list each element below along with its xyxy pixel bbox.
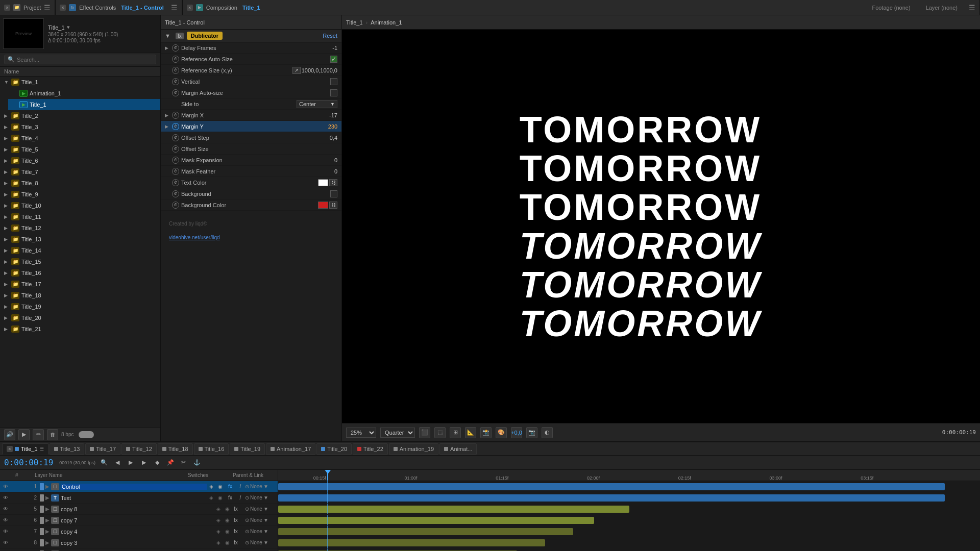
vis-eye-icon[interactable]: 👁 <box>2 529 9 534</box>
prop-value-delay[interactable]: -1 <box>332 45 337 51</box>
switch-motion[interactable]: ◈ <box>216 506 224 512</box>
quality-select[interactable]: Quarter Half Full <box>380 428 415 438</box>
prop-expand-delay[interactable]: ▶ <box>165 45 170 51</box>
list-item[interactable]: ▶ 📁 Title_19 <box>0 301 160 312</box>
layer-row[interactable]: 👁 5 ▶ ☐ copy 8 ◈ ◉ fx ⊙ <box>0 504 278 515</box>
switch-fx[interactable]: fx <box>234 506 244 512</box>
vis-eye-icon[interactable]: 👁 <box>2 495 9 500</box>
guides-btn[interactable]: 📐 <box>465 427 476 438</box>
tab-anim17[interactable]: Animation_17 <box>266 443 315 455</box>
prop-row-vertical[interactable]: ⏱ Vertical <box>161 76 341 87</box>
effect-controls-menu-btn[interactable]: ☰ <box>171 4 178 12</box>
expand-icon[interactable]: ▶ <box>45 529 50 534</box>
timeline-bar-copy3[interactable] <box>278 539 545 546</box>
reset-view-btn[interactable]: +0,0 <box>511 427 522 438</box>
tab-title1[interactable]: × Title_1 ☰ <box>2 443 48 455</box>
checkbox-background[interactable] <box>330 190 337 197</box>
layer-row[interactable]: 👁 7 ▶ ☐ copy 4 ◈ ◉ fx ⊙ <box>0 526 278 537</box>
bg-color-chain[interactable]: ⛓ <box>329 202 337 209</box>
switch-adj[interactable]: ◉ <box>216 495 224 500</box>
parent-dropdown[interactable]: ⊙ None ▼ <box>245 484 276 489</box>
prop-row-margin-x[interactable]: ▶ ⏱ Margin X -17 <box>161 110 341 121</box>
expand-icon[interactable]: ▶ <box>45 484 50 489</box>
zoom-select[interactable]: 25% 50% 100% <box>346 428 376 438</box>
expand-value-icon[interactable]: ↗ <box>292 67 301 74</box>
timeline-bar-copy7[interactable] <box>278 517 594 524</box>
layer-row[interactable]: 👁 1 ▶ ☐ Control ◈ ◉ fx / <box>0 481 278 492</box>
tab-title20[interactable]: Title_20 <box>316 443 352 455</box>
switch-adj[interactable]: ◉ <box>225 517 232 523</box>
prop-expand-marginy[interactable]: ▶ <box>165 124 170 129</box>
list-item[interactable]: ▶ 📁 Title_20 <box>0 312 160 323</box>
switch-slash[interactable]: / <box>237 484 244 489</box>
tab-title18[interactable]: Title_18 <box>158 443 193 455</box>
breadcrumb-anim1[interactable]: Animation_1 <box>371 19 402 26</box>
scissors-btn[interactable]: ✂ <box>179 458 188 467</box>
parent-dropdown[interactable]: ⊙ None ▼ <box>245 495 276 500</box>
layer-name-field[interactable]: copy 3 <box>61 540 215 546</box>
list-item[interactable]: ▶ 📁 Title_16 <box>0 267 160 279</box>
text-color-chain[interactable]: ⛓ <box>329 179 337 186</box>
comp-close-btn[interactable]: × <box>187 5 193 11</box>
prop-row-bg-color[interactable]: ⏱ Background Color ⛓ <box>161 199 341 211</box>
vis-eye-icon[interactable]: 👁 <box>2 517 9 523</box>
layer-name-field[interactable]: copy 8 <box>61 506 215 512</box>
prop-row-margin-y[interactable]: ▶ ⏱ Margin Y 230 <box>161 121 341 132</box>
timeline-bar-text[interactable] <box>278 494 945 502</box>
vis-eye-icon[interactable]: 👁 <box>2 540 9 545</box>
reset-btn[interactable]: Reset <box>323 33 337 39</box>
parent-dropdown[interactable]: ⊙ None ▼ <box>245 506 276 512</box>
list-item[interactable]: ▶ 📁 Title_2 <box>0 110 160 121</box>
layer-name-field[interactable]: Text <box>61 495 207 501</box>
list-item[interactable]: ▶ 📁 Title_10 <box>0 200 160 211</box>
switch-motion[interactable]: ◈ <box>216 517 224 523</box>
search-container[interactable]: 🔍 <box>4 55 156 64</box>
tab-title12[interactable]: Title_12 <box>121 443 157 455</box>
switch-fx[interactable]: fx <box>225 484 235 489</box>
switch-adj[interactable]: ◉ <box>225 529 232 534</box>
layer-row[interactable]: 👁 8 ▶ ☐ copy 3 ◈ ◉ fx ⊙ <box>0 537 278 548</box>
switch-adj[interactable]: ◉ <box>225 506 232 512</box>
prop-row-ref-autosize[interactable]: ⏱ Reference Auto-Size ✓ <box>161 54 341 65</box>
list-item[interactable]: ▶ 📁 Title_4 <box>0 133 160 144</box>
switch-motion-blur[interactable]: ◈ <box>208 484 215 489</box>
prop-row-offset-step[interactable]: ⏱ Offset Step 0,4 <box>161 132 341 143</box>
snapshot-btn2[interactable]: 📷 <box>526 427 537 438</box>
comp-menu-btn[interactable]: ☰ <box>969 4 975 12</box>
list-item[interactable]: ▶ 📁 Title_18 <box>0 290 160 301</box>
prop-value-maskexp[interactable]: 0 <box>334 157 337 163</box>
checkbox-vertical[interactable] <box>330 78 337 85</box>
layer-name-field[interactable]: copy 4 <box>61 529 215 535</box>
timeline-timecode[interactable]: 0:00:00:19 <box>4 458 53 467</box>
prop-row-ref-size[interactable]: ⏱ Reference Size (x,y) ↗ 1000,0,1000,0 <box>161 65 341 76</box>
render-btn[interactable]: ⬛ <box>419 427 430 438</box>
prop-row-margin-auto[interactable]: ⏱ Margin Auto-size <box>161 87 341 98</box>
breadcrumb-title1[interactable]: Title_1 <box>346 19 363 26</box>
prop-value-refsize[interactable]: 1000,0,1000,0 <box>302 67 337 73</box>
tab-anim19[interactable]: Animation_19 <box>389 443 438 455</box>
credit-link[interactable]: videohive.net/user/liqd <box>169 235 220 240</box>
checkbox-ref-autosize[interactable]: ✓ <box>330 56 337 63</box>
credit-line2[interactable]: videohive.net/user/liqd <box>165 231 337 244</box>
project-close-btn[interactable]: × <box>4 5 10 11</box>
parent-dropdown[interactable]: ⊙ None ▼ <box>245 517 276 523</box>
list-item[interactable]: ▶ 📁 Title_13 <box>0 234 160 245</box>
snapshot-btn[interactable]: 📸 <box>480 427 492 438</box>
play-btn[interactable]: ▶ <box>126 458 135 467</box>
tab-close-title1[interactable]: × <box>7 446 13 452</box>
prop-row-sideto[interactable]: Side to Center ▼ <box>161 98 341 110</box>
effect-controls-close-btn[interactable]: × <box>60 5 66 11</box>
list-item[interactable]: ▶ 📁 Title_21 <box>0 323 160 335</box>
prop-value-maskfeather[interactable]: 0 <box>334 168 337 174</box>
bg-color-swatch[interactable] <box>318 202 328 209</box>
list-item[interactable]: ▶ 📁 Title_12 <box>0 222 160 234</box>
vis-eye-icon[interactable]: 👁 <box>2 484 9 489</box>
prop-value-marginy[interactable]: 230 <box>328 123 337 130</box>
list-item[interactable]: ▶ 📁 Title_7 <box>0 166 160 178</box>
list-item[interactable]: ▼ 📁 Title_1 <box>0 77 160 88</box>
effect-name-tag[interactable]: Dublicator <box>187 32 223 40</box>
layer-row[interactable]: 👁 9 ▶ ☐ copy 2 ◈ ◉ fx ⊙ <box>0 548 278 551</box>
tab-title17[interactable]: Title_17 <box>85 443 120 455</box>
marker-btn[interactable]: ◆ <box>153 458 162 467</box>
search-timeline-btn[interactable]: 🔍 <box>100 458 109 467</box>
